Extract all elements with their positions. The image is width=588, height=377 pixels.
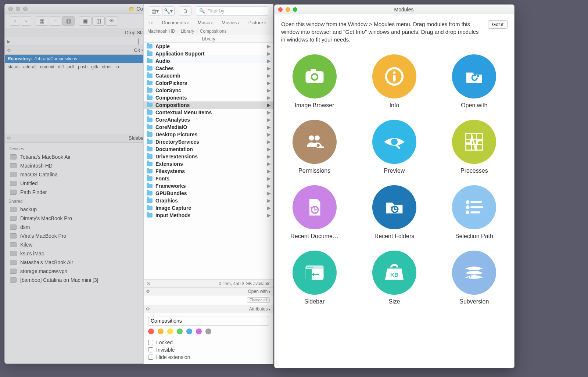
folder-row[interactable]: Audio▶ xyxy=(144,57,273,65)
zoom-icon[interactable] xyxy=(23,7,28,11)
close-icon[interactable] xyxy=(278,7,283,12)
git-action-add-all[interactable]: add-all xyxy=(23,64,36,69)
tag-color[interactable] xyxy=(177,328,183,334)
action-button[interactable]: 🔧▾ xyxy=(162,6,175,16)
breadcrumb-item[interactable]: Compositions xyxy=(200,29,228,34)
quicklook-button[interactable]: 👁 xyxy=(105,16,118,26)
folder-row[interactable]: Filesystems▶ xyxy=(144,168,273,175)
view-list-button[interactable]: ≡ xyxy=(49,16,61,26)
gear-icon[interactable]: ⚙ xyxy=(146,289,150,294)
close-icon[interactable] xyxy=(8,7,13,11)
folder-row[interactable]: Compositions▶ xyxy=(144,101,273,109)
folder-row[interactable]: Components▶ xyxy=(144,94,273,101)
folder-row[interactable]: Fonts▶ xyxy=(144,175,273,182)
file-list[interactable]: Apple▶Application Support▶Audio▶Caches▶C… xyxy=(144,43,273,279)
breadcrumb-item[interactable]: Library xyxy=(181,29,198,34)
folder-row[interactable]: Image Capture▶ xyxy=(144,204,273,212)
module-item[interactable]: KBSize xyxy=(361,251,427,305)
folder-row[interactable]: Application Support▶ xyxy=(144,50,273,57)
attribute-checkbox-row[interactable]: Locked xyxy=(148,339,269,346)
titlebar[interactable]: Modules xyxy=(275,5,514,14)
folder-row[interactable]: Desktop Pictures▶ xyxy=(144,131,273,138)
folder-row[interactable]: Documentation▶ xyxy=(144,146,273,153)
module-item[interactable]: Preview xyxy=(361,120,427,174)
git-action-other[interactable]: other xyxy=(102,64,112,69)
search-input[interactable]: 🔍 Filter by xyxy=(196,6,268,16)
tag-color[interactable] xyxy=(186,328,192,334)
zoom-icon[interactable] xyxy=(293,7,297,12)
open-with-header[interactable]: ⚙ Open with xyxy=(144,287,273,295)
git-action-commit[interactable]: commit xyxy=(40,64,54,69)
arrange-button[interactable]: ▤▾ xyxy=(149,6,161,16)
tag-color[interactable] xyxy=(158,328,164,334)
got-it-button[interactable]: Got it xyxy=(488,20,508,29)
module-item[interactable]: Permissions xyxy=(282,120,348,174)
checkbox[interactable] xyxy=(148,347,153,352)
pager-item[interactable]: Movies xyxy=(222,20,240,25)
git-action-gitk[interactable]: gitk xyxy=(91,64,98,69)
attribute-checkbox-row[interactable]: Hide extension xyxy=(148,353,269,361)
module-item[interactable]: Image Browser xyxy=(282,54,348,109)
attribute-checkbox-row[interactable]: Invisible xyxy=(148,346,269,353)
view-column-button[interactable]: ▥ xyxy=(62,16,75,26)
pager-item[interactable]: Picture xyxy=(248,20,266,25)
tag-color[interactable] xyxy=(196,328,202,334)
minimize-icon[interactable] xyxy=(286,7,290,12)
breadcrumb-item[interactable]: Macintosh HD xyxy=(147,29,179,34)
sidebar-item-label: iVira's MacBook Pro xyxy=(20,233,66,239)
git-action-lo[interactable]: lo xyxy=(115,64,119,69)
folder-row[interactable]: Graphics▶ xyxy=(144,197,273,204)
module-item[interactable]: Recent Docume… xyxy=(282,185,348,240)
attributes-header[interactable]: ⚙ Attributes xyxy=(144,305,273,313)
folder-row[interactable]: Input Methods▶ xyxy=(144,212,273,219)
folder-row[interactable]: ColorSync▶ xyxy=(144,87,273,94)
folder-row[interactable]: Catacomb▶ xyxy=(144,72,273,79)
tag-color[interactable] xyxy=(148,328,154,334)
folder-row[interactable]: DriverExtensions▶ xyxy=(144,153,273,160)
recdoc-icon xyxy=(293,185,337,229)
git-action-status[interactable]: status xyxy=(8,64,19,69)
module-item[interactable]: Processes xyxy=(441,120,507,174)
newfolder-button[interactable]: 🗋 xyxy=(179,6,191,16)
git-action-pull[interactable]: pull xyxy=(68,64,75,69)
gear-icon[interactable]: ⚙ xyxy=(146,306,150,312)
back-button[interactable]: ‹ xyxy=(10,16,20,26)
gear-icon[interactable]: ⚙ xyxy=(7,48,11,53)
folder-row[interactable]: Caches▶ xyxy=(144,65,273,72)
view-icon-button[interactable]: ▦ xyxy=(36,16,48,26)
git-action-push[interactable]: push xyxy=(78,64,87,69)
tag-color[interactable] xyxy=(167,328,173,334)
module-item[interactable]: Recent Folders xyxy=(361,185,427,240)
folder-row[interactable]: Extensions▶ xyxy=(144,160,273,168)
folder-row[interactable]: Contextual Menu Items▶ xyxy=(144,109,273,116)
forward-button[interactable]: › xyxy=(21,16,31,26)
minimize-icon[interactable] xyxy=(16,7,20,11)
view-split-button[interactable]: ◫ xyxy=(92,16,105,26)
module-item[interactable]: Info xyxy=(361,54,427,109)
module-item[interactable]: Open with xyxy=(441,54,507,109)
name-field[interactable] xyxy=(148,316,269,326)
change-all-button[interactable]: Change all xyxy=(247,297,270,303)
folder-row[interactable]: GPUBundles▶ xyxy=(144,190,273,197)
folder-row[interactable]: Apple▶ xyxy=(144,43,273,50)
module-item[interactable]: Sidebar xyxy=(282,251,348,305)
target-icon[interactable] xyxy=(138,38,139,45)
checkbox[interactable] xyxy=(148,355,153,360)
play-icon[interactable]: ▶ xyxy=(7,39,10,44)
pager-item[interactable]: Music xyxy=(198,20,213,25)
folder-row[interactable]: ColorPickers▶ xyxy=(144,79,273,87)
pager-item[interactable]: Documents xyxy=(162,20,189,25)
folder-row[interactable]: CoreMediaIO▶ xyxy=(144,123,273,131)
folder-row[interactable]: DirectoryServices▶ xyxy=(144,138,273,146)
home-icon[interactable]: ⌂ xyxy=(147,20,153,25)
module-item[interactable]: Subversion xyxy=(441,251,507,305)
checkbox[interactable] xyxy=(148,340,153,345)
gear-icon[interactable]: ⚙ xyxy=(7,136,11,141)
folder-row[interactable]: CoreAnalytics▶ xyxy=(144,116,273,123)
cancel-icon[interactable]: ✕ xyxy=(147,281,151,287)
tag-color[interactable] xyxy=(205,328,211,334)
view-gallery-button[interactable]: ▣ xyxy=(79,16,92,26)
git-action-diff[interactable]: diff xyxy=(58,64,64,69)
module-item[interactable]: Selection Path xyxy=(441,185,507,240)
folder-row[interactable]: Frameworks▶ xyxy=(144,182,273,190)
